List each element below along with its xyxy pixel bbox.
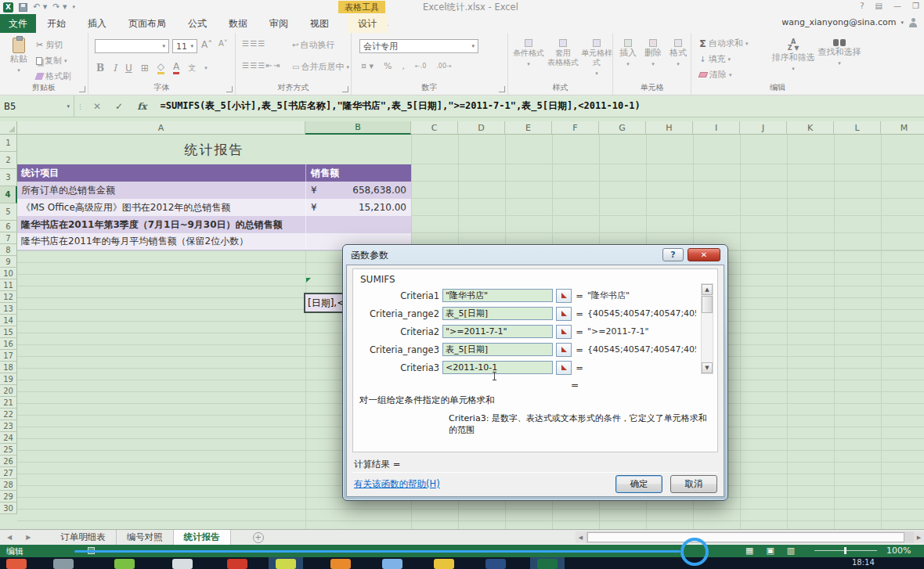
merge-center-button[interactable]: ▭合并后居中▾ — [292, 61, 349, 73]
wrap-text-button[interactable]: ↩自动换行 — [292, 39, 334, 51]
format-cells-button[interactable]: 格式▾ — [666, 39, 690, 69]
ribbon-tab[interactable]: 开始 — [36, 14, 77, 33]
taskbar-app-icon[interactable] — [172, 559, 193, 569]
underline-icon[interactable]: U — [125, 63, 132, 74]
align-top-icon[interactable]: ☰ ☰ ☰ — [242, 39, 264, 48]
font-dialog-launcher-icon[interactable] — [226, 86, 233, 92]
row-header[interactable]: 16 — [0, 338, 17, 350]
row-header[interactable]: 9 — [0, 256, 17, 268]
video-progress-knob[interactable] — [680, 538, 709, 566]
ribbon-tab[interactable]: 审阅 — [258, 14, 299, 33]
row-header[interactable]: 5 — [0, 203, 17, 221]
undo-icon[interactable]: ↶ ▾ — [33, 2, 47, 13]
row-header[interactable]: 27 — [0, 467, 17, 479]
column-header[interactable]: I — [693, 121, 740, 135]
format-painter-button[interactable]: 格式刷 — [36, 70, 71, 82]
sheet-tab-report[interactable]: 统计报告 — [174, 530, 231, 546]
bold-icon[interactable]: B — [96, 63, 104, 74]
paste-button[interactable]: 粘贴▾ — [6, 38, 31, 75]
video-progress-bar[interactable] — [74, 550, 680, 553]
row-header[interactable]: 29 — [0, 491, 17, 502]
taskbar-app-icon[interactable] — [382, 559, 402, 569]
fill-color-icon[interactable]: ◇ — [157, 61, 164, 74]
report-title-cell[interactable]: 统计报告 — [17, 135, 411, 164]
ok-button[interactable]: 确定 — [615, 475, 662, 493]
param-input[interactable]: 表_5[日期] — [442, 307, 553, 320]
row-header[interactable]: 28 — [0, 479, 17, 491]
grow-font-icon[interactable]: A˄ — [201, 39, 212, 50]
param-input[interactable]: ">=2011-7-1" — [442, 325, 553, 338]
zoom-slider[interactable] — [814, 550, 877, 551]
minimize-icon[interactable]: — — [893, 2, 901, 10]
clear-button[interactable]: 清除▾ — [699, 69, 732, 81]
taskbar-app-icon[interactable] — [53, 559, 74, 569]
copy-button[interactable]: 复制▾ — [36, 55, 67, 67]
column-header[interactable]: L — [834, 121, 881, 135]
column-header[interactable]: K — [787, 121, 834, 135]
shrink-font-icon[interactable]: A˅ — [218, 39, 228, 48]
row-header[interactable]: 17 — [0, 350, 17, 362]
sort-filter-button[interactable]: AZ ▼排序和筛选▾ — [771, 39, 815, 74]
range-picker-button[interactable] — [556, 325, 572, 339]
param-input[interactable]: <2011-10-1 — [442, 361, 553, 374]
save-icon[interactable] — [19, 3, 27, 12]
select-all-corner[interactable] — [0, 121, 17, 135]
find-select-button[interactable]: 查找和选择▾ — [817, 39, 862, 68]
cell-styles-button[interactable]: 单元格样式▾ — [580, 39, 613, 78]
number-dialog-launcher-icon[interactable] — [499, 86, 505, 92]
enter-icon[interactable]: ✓ — [108, 101, 130, 112]
restore-icon[interactable]: ❐ — [912, 2, 919, 10]
scroll-left-icon[interactable]: ◀ — [576, 531, 586, 543]
zoom-percent[interactable]: 100% — [886, 546, 911, 556]
account-area[interactable]: wang_xianyong@sina.com ▾ — [781, 17, 918, 27]
tab-file[interactable]: 文件 — [0, 14, 36, 33]
align-left-icon[interactable]: ☰ ☰ ☰ ⇤ ⇥ — [242, 61, 279, 70]
normal-view-icon[interactable]: ▦ — [745, 546, 753, 556]
cut-button[interactable]: ✂剪切 — [36, 39, 63, 51]
row-header[interactable]: 8 — [0, 244, 17, 256]
decrease-decimal-icon[interactable]: .00→ — [436, 63, 451, 70]
font-name-select[interactable]: ▾ — [95, 39, 169, 53]
ribbon-tab[interactable]: 数据 — [218, 14, 258, 33]
dialog-help-button[interactable]: ? — [662, 248, 684, 261]
row-header[interactable]: 22 — [0, 409, 17, 420]
row-header[interactable]: 18 — [0, 362, 17, 373]
scroll-thumb[interactable] — [587, 532, 904, 542]
function-help-link[interactable]: 有关该函数的帮助(H) — [354, 478, 440, 490]
number-format-select[interactable]: 会计专用▾ — [359, 39, 478, 53]
sheet-tab-orders[interactable]: 订单明细表 — [50, 530, 117, 546]
row-header[interactable]: 11 — [0, 279, 17, 291]
row-header[interactable]: 7 — [0, 232, 17, 244]
cancel-button[interactable]: 取消 — [670, 475, 717, 493]
row-header[interactable]: 3 — [0, 169, 17, 186]
dialog-close-button[interactable]: ✕ — [688, 248, 720, 261]
scroll-right-icon[interactable]: ▶ — [914, 531, 924, 543]
row-header[interactable]: 14 — [0, 315, 17, 326]
help-icon[interactable]: ? — [860, 2, 864, 10]
column-header[interactable]: A — [17, 121, 305, 135]
taskbar-app-icon[interactable] — [276, 559, 296, 569]
redo-icon[interactable]: ↷ ▾ — [52, 2, 67, 13]
formula-input[interactable]: =SUMIFS(表_5[小计],表_5[书店名称],"隆华书店",表_5[日期]… — [153, 99, 924, 113]
column-header[interactable]: F — [552, 121, 599, 135]
delete-cells-button[interactable]: 删除▾ — [641, 39, 665, 69]
row-header[interactable]: 15 — [0, 326, 17, 338]
ribbon-options-icon[interactable]: ▤ — [875, 2, 882, 10]
taskbar-app-icon[interactable] — [6, 559, 27, 569]
param-input[interactable]: "隆华书店" — [442, 289, 553, 302]
row-header[interactable]: 1 — [0, 135, 17, 152]
column-header[interactable]: C — [411, 121, 458, 135]
column-header[interactable]: G — [599, 121, 646, 135]
scroll-up-icon[interactable]: ▲ — [702, 284, 713, 295]
horizontal-scrollbar[interactable]: ◀ ▶ — [576, 531, 924, 543]
row-header[interactable]: 25 — [0, 444, 17, 456]
row-header[interactable]: 21 — [0, 397, 17, 409]
alignment-dialog-launcher-icon[interactable] — [342, 86, 348, 92]
row-header[interactable]: 24 — [0, 432, 17, 444]
taskbar-app-icon[interactable] — [114, 559, 135, 569]
row-header[interactable]: 12 — [0, 291, 17, 303]
increase-decimal-icon[interactable]: ←.0 — [415, 63, 426, 70]
row-header[interactable]: 10 — [0, 268, 17, 279]
insert-function-icon[interactable]: fx — [130, 101, 153, 112]
scroll-down-icon[interactable]: ▼ — [702, 362, 713, 373]
